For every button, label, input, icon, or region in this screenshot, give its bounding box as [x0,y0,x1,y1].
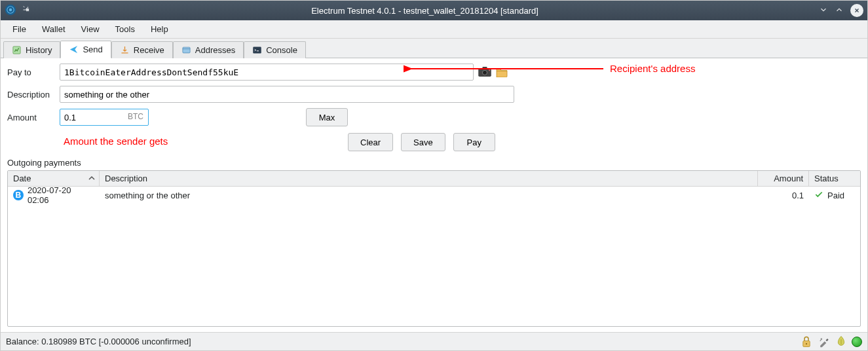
description-input[interactable] [60,86,514,103]
tab-send-label: Send [83,45,102,54]
network-status-icon[interactable] [852,337,862,347]
tab-history-label: History [26,45,52,55]
tab-history[interactable]: History [3,41,60,58]
pin-icon[interactable] [22,5,31,16]
tab-receive[interactable]: Receive [111,41,173,58]
console-icon [252,45,262,55]
outgoing-table: Date Description Amount Status B 2020-07… [7,170,861,327]
menu-file[interactable]: File [5,22,34,37]
clear-button[interactable]: Clear [348,133,393,151]
menu-help[interactable]: Help [143,22,176,37]
receive-icon [120,45,130,55]
row-status: Paid [827,191,844,200]
col-amount[interactable]: Amount [758,171,809,186]
description-label: Description [7,90,60,100]
bitcoin-icon: B [13,190,24,200]
payto-label: Pay to [7,67,60,77]
balance-text: Balance: 0.180989 BTC [-0.000006 unconfi… [6,337,801,346]
settings-icon[interactable] [818,335,831,348]
sort-asc-icon [88,174,95,183]
tab-addresses-label: Addresses [195,45,235,55]
col-status[interactable]: Status [809,171,860,186]
tab-receive-label: Receive [134,45,164,55]
row-date: 2020-07-20 02:06 [28,187,94,205]
history-icon [12,45,22,55]
tab-console[interactable]: Console [244,41,306,58]
close-icon[interactable] [850,4,863,17]
send-icon [69,45,79,54]
svg-rect-4 [183,47,190,53]
outgoing-label: Outgoing payments [7,158,861,168]
seed-icon[interactable] [836,335,846,348]
minimize-icon[interactable] [819,5,828,16]
menu-view[interactable]: View [73,22,107,37]
menu-tools[interactable]: Tools [107,22,143,37]
svg-point-12 [806,342,807,344]
pay-button[interactable]: Pay [453,133,495,151]
amount-input[interactable] [60,109,149,126]
window-title: Electrum Testnet 4.0.1 - testnet_wallet_… [31,6,819,16]
col-description[interactable]: Description [100,171,758,186]
svg-point-2 [9,8,12,11]
svg-rect-5 [253,47,261,54]
titlebar: Electrum Testnet 4.0.1 - testnet_wallet_… [1,1,867,20]
check-icon [814,190,823,201]
tab-bar: History Send Receive Addresses Console [1,39,867,58]
table-row[interactable]: B 2020-07-20 02:06 something or the othe… [8,187,860,204]
tab-send[interactable]: Send [60,41,111,58]
tab-console-label: Console [266,45,297,55]
row-description: something or the other [100,191,758,200]
app-icon [5,4,16,18]
annotation-recipient: Recipient's address [610,63,695,74]
annotation-amount: Amount the sender gets [64,136,168,147]
annotation-arrow-icon [404,64,607,74]
status-bar: Balance: 0.180989 BTC [-0.000006 unconfi… [1,332,867,350]
tab-addresses[interactable]: Addresses [173,41,244,58]
menubar: File Wallet View Tools Help [1,20,867,39]
col-date[interactable]: Date [8,171,100,186]
lock-icon[interactable] [801,335,812,348]
addresses-icon [181,45,191,55]
amount-label: Amount [7,113,60,122]
menu-wallet[interactable]: Wallet [34,22,73,37]
maximize-icon[interactable] [835,5,844,16]
save-button[interactable]: Save [401,133,445,151]
row-amount: 0.1 [758,191,809,200]
max-button[interactable]: Max [306,108,348,126]
